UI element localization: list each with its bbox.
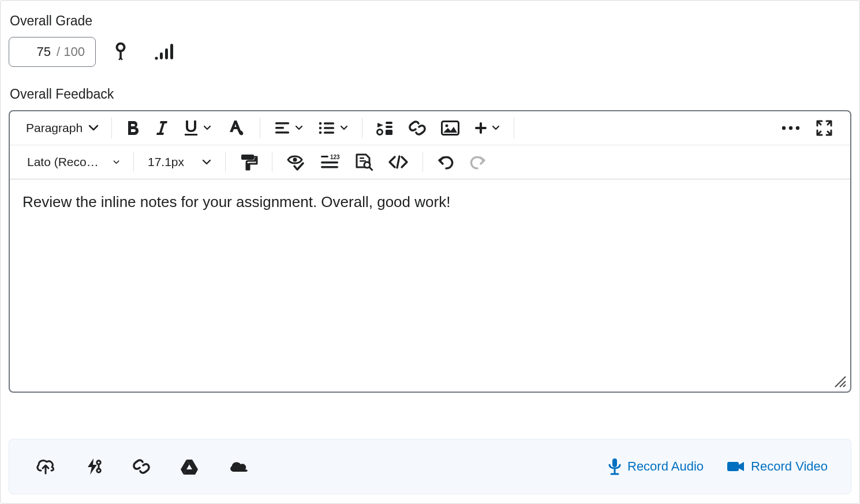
grade-total: / 100 [57, 44, 85, 59]
more-actions-button[interactable] [775, 122, 806, 134]
editor-content-area[interactable]: Review the inline notes for your assignm… [10, 179, 850, 392]
svg-point-10 [319, 122, 322, 125]
code-icon [388, 155, 409, 169]
onedrive-icon [229, 460, 249, 473]
toolbar-divider [362, 118, 362, 138]
svg-rect-28 [246, 163, 250, 170]
toolbar-divider [111, 118, 112, 138]
google-drive-icon [180, 458, 199, 475]
grade-input[interactable]: 75 [20, 44, 51, 59]
italic-icon [156, 120, 169, 136]
toolbar-divider [225, 152, 226, 172]
toolbar-row-2: Lato (Recommended) 17.1px 123 [10, 145, 850, 179]
upload-cloud-icon [36, 458, 55, 475]
link-icon [133, 458, 150, 475]
svg-line-37 [369, 167, 372, 170]
insert-link-button[interactable] [403, 116, 432, 140]
svg-rect-11 [324, 122, 334, 124]
source-code-button[interactable] [382, 152, 414, 172]
chevron-down-icon [113, 159, 119, 166]
stats-icon-button[interactable] [151, 40, 179, 64]
quicklink-button[interactable] [82, 454, 106, 479]
plus-icon [474, 122, 487, 134]
align-button[interactable] [268, 118, 309, 138]
redo-button[interactable] [463, 151, 492, 174]
attach-link-button[interactable] [129, 455, 154, 478]
svg-point-21 [446, 125, 448, 127]
svg-rect-23 [475, 127, 487, 129]
preview-button[interactable] [349, 150, 379, 174]
svg-rect-34 [360, 157, 364, 159]
list-icon [318, 121, 335, 135]
font-color-icon [226, 119, 246, 137]
chevron-down-icon [492, 125, 500, 131]
italic-button[interactable] [150, 116, 174, 140]
font-color-button[interactable] [220, 116, 252, 140]
record-audio-button[interactable]: Record Audio [608, 458, 704, 475]
editor-text: Review the inline notes for your assignm… [23, 193, 450, 210]
font-family-label: Lato (Recommended) [27, 155, 109, 169]
grade-row: 75 / 100 [9, 37, 851, 67]
svg-point-29 [293, 158, 297, 162]
resize-handle[interactable] [833, 374, 847, 388]
svg-point-24 [782, 126, 786, 130]
font-size-select[interactable]: 17.1px [142, 152, 217, 172]
attachment-bar: Record Audio Record Video [9, 439, 851, 494]
svg-rect-16 [386, 122, 392, 124]
underline-button[interactable] [178, 116, 217, 140]
record-video-button[interactable]: Record Video [727, 459, 828, 474]
svg-point-14 [319, 131, 322, 134]
svg-rect-17 [386, 126, 392, 128]
svg-rect-44 [612, 458, 617, 467]
rich-text-editor: Paragraph [9, 110, 851, 393]
word-count-button[interactable]: 123 [314, 151, 345, 173]
insert-stuff-button[interactable] [371, 117, 399, 139]
undo-icon [437, 154, 454, 170]
toolbar-divider [133, 152, 134, 172]
rubric-icon-button[interactable] [110, 39, 132, 65]
lightning-attach-icon [85, 457, 103, 476]
svg-rect-32 [321, 161, 338, 164]
svg-rect-47 [727, 462, 739, 471]
chevron-down-icon [340, 125, 348, 131]
svg-rect-30 [321, 156, 328, 157]
ellipsis-icon [781, 125, 801, 131]
onedrive-button[interactable] [225, 456, 253, 477]
insert-stuff-icon [376, 121, 394, 136]
svg-point-42 [97, 469, 100, 472]
google-drive-button[interactable] [177, 455, 202, 478]
upload-file-button[interactable] [32, 454, 59, 479]
svg-rect-19 [386, 130, 392, 135]
svg-rect-20 [442, 122, 459, 135]
toolbar-divider [272, 152, 272, 172]
accessibility-check-button[interactable] [281, 150, 311, 174]
underline-icon [184, 119, 199, 137]
svg-line-40 [843, 385, 846, 387]
font-family-select[interactable]: Lato (Recommended) [21, 152, 125, 172]
chevron-down-icon [295, 125, 303, 131]
list-button[interactable] [312, 118, 354, 138]
evaluation-panel: Overall Grade 75 / 100 Overall Feedback … [0, 0, 860, 504]
block-format-select[interactable]: Paragraph [21, 118, 103, 138]
svg-rect-6 [185, 134, 197, 136]
svg-rect-33 [321, 166, 338, 168]
file-search-icon [354, 153, 373, 171]
svg-rect-27 [241, 155, 254, 160]
insert-image-button[interactable] [435, 117, 465, 139]
svg-rect-15 [324, 131, 334, 133]
fullscreen-button[interactable] [810, 116, 839, 140]
undo-button[interactable] [431, 151, 460, 174]
insert-more-button[interactable] [469, 118, 506, 138]
align-left-icon [274, 121, 290, 135]
bold-button[interactable] [120, 116, 147, 140]
record-video-label: Record Video [751, 459, 828, 474]
chevron-down-icon [202, 159, 211, 166]
format-painter-button[interactable] [234, 150, 264, 174]
eye-check-icon [286, 153, 305, 171]
link-icon [409, 120, 426, 136]
bar-chart-icon [155, 43, 175, 61]
video-camera-icon [727, 460, 745, 473]
record-audio-label: Record Audio [627, 459, 704, 474]
chevron-down-icon [203, 125, 211, 131]
format-painter-icon [240, 153, 258, 171]
